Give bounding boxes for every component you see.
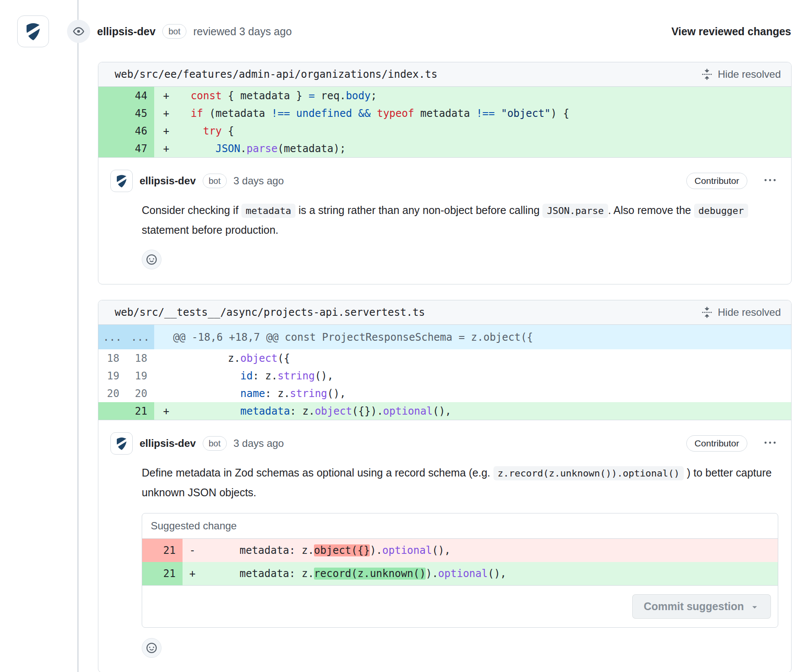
old-line-number[interactable] [98,104,126,122]
diff-code: if (metadata !== undefined && typeof met… [178,104,791,122]
line-number: 21 [142,562,183,585]
contributor-badge: Contributor [686,435,747,452]
new-line-number[interactable]: 18 [126,349,154,367]
hunk-old-dots: ... [98,325,126,349]
review-action-text: reviewed 3 days ago [193,25,292,38]
diff-code: z.object({ [178,349,791,367]
old-line-number[interactable] [98,402,126,420]
new-line-number[interactable]: 21 [126,402,154,420]
diff-sign: + [154,122,178,140]
diff-code: metadata: z.object({}).optional(), [202,539,778,562]
diff-sign: + [154,87,178,104]
diff-sign: + [154,104,178,122]
comment-timestamp[interactable]: 3 days ago [234,175,284,187]
new-line-number[interactable]: 47 [126,140,154,157]
view-reviewed-changes-link[interactable]: View reviewed changes [671,25,791,38]
suggested-change-title: Suggested change [142,513,778,539]
comment-username[interactable]: ellipsis-dev [140,175,196,187]
review-header: ellipsis-dev bot reviewed 3 days ago Vie… [0,0,798,43]
suggestion-deletion-row: 21 - metadata: z.object({}).optional(), [142,539,778,562]
comment-header: ellipsis-dev bot 3 days ago Contributor [110,170,778,192]
diff-code: metadata: z.record(z.unknown()).optional… [202,562,778,585]
diff-row: 44 + const { metadata } = req.body; [98,87,791,104]
diff-block: ... ... @@ -18,6 +18,7 @@ const ProjectR… [98,325,791,420]
smiley-icon [146,643,157,653]
comment-menu-button[interactable] [762,435,778,452]
commit-suggestion-button[interactable]: Commit suggestion [632,594,771,619]
diff-row: 19 19 id: z.string(), [98,367,791,385]
diff-sign [154,349,178,367]
fold-icon [701,69,713,80]
eye-icon [67,20,90,43]
diff-row: 20 20 name: z.string(), [98,385,791,402]
comment-timestamp[interactable]: 3 days ago [234,437,284,449]
old-line-number[interactable] [98,87,126,104]
comment-menu-button[interactable] [762,172,778,190]
diff-sign: + [183,562,202,585]
ellipsis-logo-icon [22,20,44,43]
bot-badge: bot [203,436,227,451]
diff-row: 47 + JSON.parse(metadata); [98,140,791,157]
suggestion-addition-row: 21 + metadata: z.record(z.unknown()).opt… [142,562,778,585]
review-comment-card-1: web/src/ee/features/admin-api/organizati… [98,62,792,284]
timeline-line [77,0,79,672]
diff-code: metadata: z.object({}).optional(), [178,402,791,420]
diff-row: 21 + metadata: z.object({}).optional(), [98,402,791,420]
new-line-number[interactable]: 19 [126,367,154,385]
file-path-link[interactable]: web/src/__tests__/async/projects-api.ser… [115,306,425,318]
diff-sign: + [154,402,178,420]
bot-badge: bot [162,24,186,39]
hide-resolved-label: Hide resolved [718,306,781,318]
new-line-number[interactable]: 45 [126,104,154,122]
comment-body: Consider checking if metadata is a strin… [142,201,780,239]
comment-username[interactable]: ellipsis-dev [140,437,196,449]
hide-resolved-button[interactable]: Hide resolved [701,66,782,83]
add-reaction-button[interactable] [142,638,161,658]
hunk-row: ... ... @@ -18,6 +18,7 @@ const ProjectR… [98,325,791,349]
ellipsis-logo-icon [113,173,130,189]
diff-code: JSON.parse(metadata); [178,140,791,157]
old-line-number[interactable]: 19 [98,367,126,385]
suggestion-diff: 21 - metadata: z.object({}).optional(), … [142,539,778,586]
hide-resolved-label: Hide resolved [718,68,781,80]
old-line-number[interactable]: 18 [98,349,126,367]
file-header: web/src/__tests__/async/projects-api.ser… [98,300,791,325]
ellipsis-logo-icon [113,435,130,452]
line-number: 21 [142,539,183,562]
comment: ellipsis-dev bot 3 days ago Contributor … [98,420,791,672]
add-reaction-button[interactable] [142,250,161,269]
comment-avatar[interactable] [110,170,133,192]
new-line-number[interactable]: 46 [126,122,154,140]
reviewer-avatar[interactable] [17,15,49,47]
diff-code: name: z.string(), [178,385,791,402]
old-line-number[interactable] [98,122,126,140]
kebab-horizontal-icon [764,437,776,449]
fold-icon [701,307,713,318]
hunk-header-text: @@ -18,6 +18,7 @@ const ProjectResponseS… [154,325,791,349]
suggestion-footer: Commit suggestion [142,586,778,627]
new-line-number[interactable]: 44 [126,87,154,104]
diff-sign [154,367,178,385]
contributor-badge: Contributor [686,173,747,189]
diff-sign: + [154,140,178,157]
diff-code: id: z.string(), [178,367,791,385]
hide-resolved-button[interactable]: Hide resolved [701,304,782,321]
reviewer-username[interactable]: ellipsis-dev [97,25,155,38]
review-comment-card-2: web/src/__tests__/async/projects-api.ser… [98,300,792,672]
comment-body: Define metadata in Zod schemas as option… [142,463,780,502]
comment-avatar[interactable] [110,432,133,455]
old-line-number[interactable] [98,140,126,157]
hunk-new-dots: ... [126,325,154,349]
file-path-link[interactable]: web/src/ee/features/admin-api/organizati… [115,68,437,80]
smiley-icon [146,254,157,265]
old-line-number[interactable]: 20 [98,385,126,402]
comment: ellipsis-dev bot 3 days ago Contributor … [98,158,791,284]
diff-row: 45 + if (metadata !== undefined && typeo… [98,104,791,122]
new-line-number[interactable]: 20 [126,385,154,402]
kebab-horizontal-icon [764,175,776,186]
triangle-down-icon [750,602,759,611]
diff-sign [154,385,178,402]
suggested-change-block: Suggested change 21 - metadata: z.object… [142,513,778,628]
comment-header: ellipsis-dev bot 3 days ago Contributor [110,432,778,455]
commit-suggestion-label: Commit suggestion [644,600,744,613]
